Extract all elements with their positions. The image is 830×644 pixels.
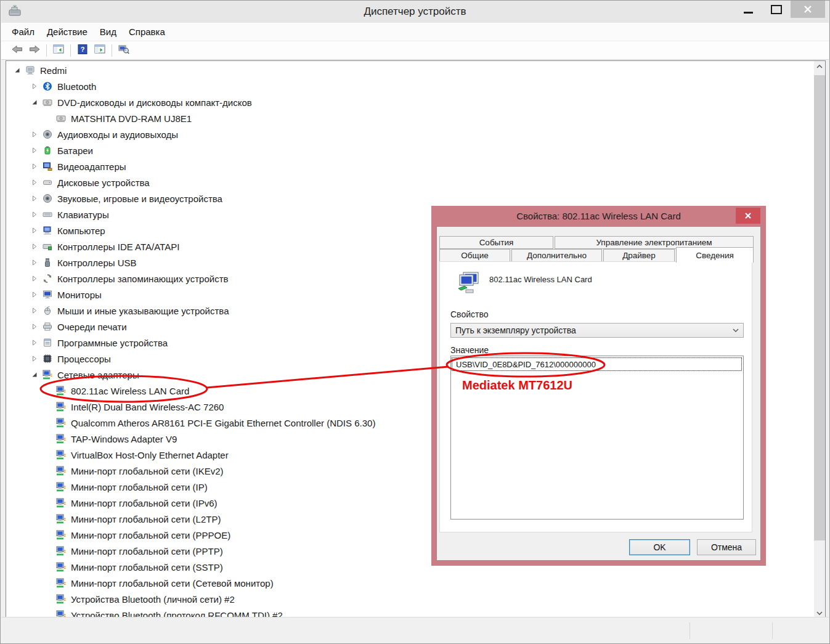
property-dropdown[interactable]: Путь к экземпляру устройства — [450, 323, 744, 338]
expanded-expander-icon[interactable] — [31, 99, 38, 105]
back-arrow-button[interactable] — [9, 43, 25, 58]
keyboard-icon — [43, 210, 52, 219]
tree-item-label: Мониторы — [57, 290, 102, 300]
tree-item[interactable]: Батареи — [6, 142, 814, 158]
computer2-icon — [43, 226, 52, 235]
collapsed-expander-icon[interactable] — [31, 227, 38, 234]
network-icon — [56, 402, 66, 412]
scroll-up-button[interactable] — [814, 61, 825, 71]
tab-события[interactable]: События — [439, 236, 553, 249]
svg-text:?: ? — [80, 46, 84, 53]
collapsed-expander-icon[interactable] — [31, 211, 38, 218]
tree-item-label: 802.11ac Wireless LAN Card — [71, 386, 189, 396]
status-divider — [690, 622, 690, 639]
network-icon — [56, 546, 66, 556]
dialog-close-button[interactable] — [736, 208, 760, 224]
tree-item[interactable]: Bluetooth — [6, 78, 814, 94]
tree-item-label: Контроллеры запоминающих устройств — [57, 274, 228, 284]
tree-item-label: Звуковые, игровые и видеоустройства — [57, 194, 222, 204]
tab-дополнительно[interactable]: Дополнительно — [511, 249, 602, 262]
tab-сведения[interactable]: Сведения — [676, 247, 754, 263]
tree-item[interactable]: Устройства Bluetooth (личной сети) #2 — [6, 591, 814, 607]
collapsed-expander-icon[interactable] — [31, 291, 38, 298]
collapsed-expander-icon[interactable] — [31, 340, 38, 346]
menu-item-справка[interactable]: Справка — [123, 24, 171, 39]
collapsed-expander-icon[interactable] — [31, 243, 38, 250]
collapsed-expander-icon[interactable] — [31, 324, 38, 330]
tree-item[interactable]: Звуковые, игровые и видеоустройства — [6, 190, 814, 206]
tree-item-label: Bluetooth — [57, 81, 96, 92]
value-listbox[interactable]: USB\VID_0E8D&PID_7612\000000000 Mediatek… — [450, 356, 744, 520]
forward-arrow-button[interactable] — [26, 43, 43, 58]
expanded-expander-icon[interactable] — [31, 372, 38, 378]
window-controls — [734, 1, 825, 18]
expanded-expander-icon[interactable] — [14, 67, 20, 73]
tree-item-label: Батареи — [57, 145, 93, 156]
tree-item-label: Мини-порт глобальной сети (IKEv2) — [71, 466, 224, 476]
tree-item-label: Аудиовходы и аудиовыходы — [57, 129, 178, 140]
property-dropdown-value: Путь к экземпляру устройства — [455, 325, 576, 335]
battery-icon — [43, 145, 52, 155]
tree-item-label: Мини-порт глобальной сети (IPv6) — [71, 498, 218, 508]
collapsed-expander-icon[interactable] — [31, 195, 38, 202]
vertical-scrollbar[interactable] — [814, 61, 825, 618]
tree-item-label: Мини-порт глобальной сети (Сетевой монит… — [71, 578, 274, 589]
properties-dialog: Свойства: 802.11ac Wireless LAN Card Соб… — [431, 206, 766, 566]
close-button[interactable] — [791, 1, 825, 18]
menu-item-вид[interactable]: Вид — [94, 24, 123, 39]
video-icon — [43, 161, 52, 171]
tree-item-label: Мыши и иные указывающие устройства — [57, 306, 229, 316]
menu-bar: ФайлДействиеВидСправка — [1, 23, 829, 41]
mouse-icon — [43, 306, 52, 316]
collapsed-expander-icon[interactable] — [31, 356, 38, 362]
storage-icon — [43, 274, 52, 283]
ok-button[interactable]: OK — [629, 539, 690, 555]
show-console-tree-button[interactable] — [50, 43, 67, 58]
collapsed-expander-icon[interactable] — [31, 308, 38, 314]
tree-item[interactable]: Мини-порт глобальной сети (Сетевой монит… — [6, 575, 814, 591]
minimize-button[interactable] — [734, 1, 762, 18]
printer-icon — [43, 322, 52, 332]
tree-item[interactable]: Redmi — [6, 62, 814, 78]
menu-item-действие[interactable]: Действие — [41, 24, 94, 39]
maximize-button[interactable] — [762, 1, 791, 18]
tree-item[interactable]: DVD-дисководы и дисководы компакт-дисков — [6, 94, 814, 110]
cancel-button[interactable]: Отмена — [697, 539, 756, 555]
show-properties-button[interactable] — [91, 43, 108, 58]
forward-arrow-icon — [29, 44, 40, 57]
scrollbar-thumb[interactable] — [814, 75, 825, 540]
scan-hardware-changes-button[interactable] — [115, 43, 132, 58]
collapsed-expander-icon[interactable] — [31, 179, 38, 185]
tree-item-label: Контроллеры IDE ATA/ATAPI — [57, 242, 179, 252]
tab-общие[interactable]: Общие — [439, 249, 510, 262]
collapsed-expander-icon[interactable] — [31, 147, 38, 153]
network-icon — [56, 482, 66, 492]
chevron-down-icon — [731, 325, 741, 337]
collapsed-expander-icon[interactable] — [31, 163, 38, 169]
tree-item-label: Процессоры — [57, 354, 111, 364]
help-button[interactable]: ? — [74, 43, 91, 58]
device-icon — [455, 271, 482, 298]
status-bar — [1, 617, 829, 643]
collapsed-expander-icon[interactable] — [31, 259, 38, 266]
device-name: 802.11ac Wireless LAN Card — [489, 275, 592, 284]
tree-item[interactable]: Видеоадаптеры — [6, 158, 814, 174]
show-properties-icon — [94, 44, 105, 57]
value-item[interactable]: USB\VID_0E8D&PID_7612\000000000 — [452, 358, 741, 370]
tree-item-label: Программные устройства — [57, 338, 168, 348]
tree-item[interactable]: Аудиовходы и аудиовыходы — [6, 126, 814, 142]
tree-item[interactable]: Дисковые устройства — [6, 174, 814, 190]
scan-hardware-changes-icon — [118, 44, 129, 57]
menu-item-файл[interactable]: Файл — [6, 24, 41, 39]
network-icon — [56, 450, 66, 460]
collapsed-expander-icon[interactable] — [31, 275, 38, 282]
tab-драйвер[interactable]: Драйвер — [603, 249, 675, 262]
collapsed-expander-icon[interactable] — [31, 83, 38, 89]
details-tab-page: 802.11ac Wireless LAN Card Свойство Путь… — [439, 261, 752, 532]
tree-item[interactable]: MATSHITA DVD-RAM UJ8E1 — [6, 110, 814, 126]
network-icon — [56, 530, 66, 540]
collapsed-expander-icon[interactable] — [31, 131, 38, 137]
toolbar: ? — [1, 41, 829, 60]
usb-icon — [43, 258, 52, 267]
monitor-icon — [43, 290, 52, 300]
